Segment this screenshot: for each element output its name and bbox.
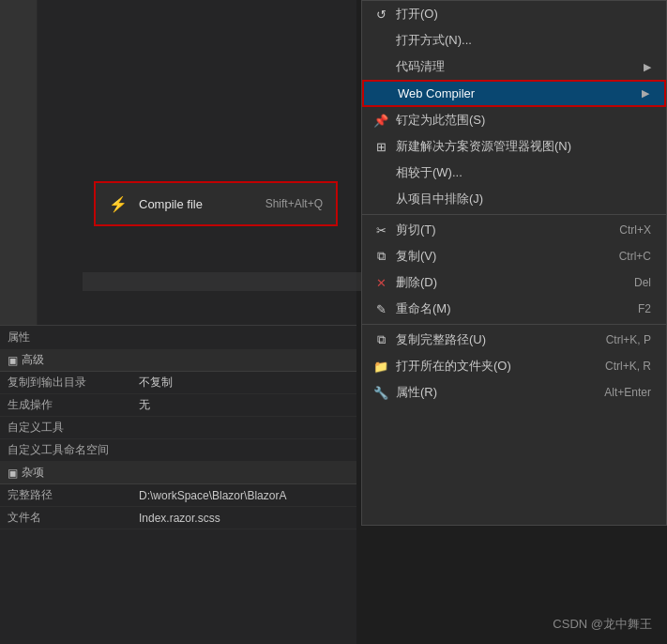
cut-icon: ✂ [371,223,390,238]
delete-icon: ✕ [371,276,390,290]
prop-value: 不复制 [139,375,349,391]
folder-icon: 📁 [371,360,390,374]
prop-label: 复制到输出目录 [8,375,139,391]
menu-item-web-compiler-label: Web Compiler [398,86,634,100]
collapse-icon: ▣ [8,354,18,367]
menu-item-new-solution-view-label: 新建解决方案资源管理器视图(N) [396,138,651,155]
menu-item-code-clean[interactable]: 代码清理 ▶ [362,54,666,80]
props-row-custom-tool-ns: 自定义工具命名空间 [0,439,356,462]
properties-panel: 属性 ▣ 高级 复制到输出目录 不复制 生成操作 无 自定义工具 自定义工具命名… [0,325,356,644]
menu-item-code-clean-label: 代码清理 [396,58,636,75]
submenu-arrow: ▶ [644,61,651,73]
compile-shortcut: Shift+Alt+Q [265,197,323,210]
compile-label: Compile file [139,197,254,211]
collapse-icon: ▣ [8,467,18,480]
menu-item-open-folder-label: 打开所在的文件夹(O) [396,358,583,375]
watermark: CSDN @龙中舞王 [553,616,652,633]
menu-item-pin-scope-label: 钉定为此范围(S) [396,112,651,129]
props-row-build-action: 生成操作 无 [0,394,356,417]
menu-item-properties-shortcut: Alt+Enter [604,386,651,399]
props-section-advanced[interactable]: ▣ 高级 [0,349,356,372]
compile-icon: ⚡ [109,195,128,213]
menu-item-cut-shortcut: Ctrl+X [619,223,651,237]
menu-item-copy-full-path-label: 复制完整路径(U) [396,331,584,348]
prop-value: Index.razor.scss [139,512,349,525]
menu-item-rename[interactable]: ✎ 重命名(M) F2 [362,296,666,322]
prop-label: 生成操作 [8,397,139,413]
section-label: 杂项 [22,465,44,481]
menu-item-rename-shortcut: F2 [638,302,651,315]
menu-item-copy[interactable]: ⧉ 复制(V) Ctrl+C [362,243,666,269]
menu-item-cut[interactable]: ✂ 剪切(T) Ctrl+X [362,217,666,243]
refresh-icon: ↺ [371,8,390,22]
separator-2 [362,324,666,325]
props-title: 属性 [0,326,356,349]
props-row-copy-to-output: 复制到输出目录 不复制 [0,372,356,394]
menu-item-exclude[interactable]: 从项目中排除(J) [362,186,666,212]
rename-icon: ✎ [371,302,390,316]
prop-label: 自定义工具 [8,420,139,436]
copy-path-icon: ⧉ [371,332,390,347]
prop-label: 自定义工具命名空间 [8,442,139,458]
menu-item-cut-label: 剪切(T) [396,222,597,238]
menu-item-compare-label: 相较于(W)... [396,164,651,181]
prop-label: 文件名 [8,510,139,526]
prop-value: D:\workSpace\Blazor\BlazorA [139,489,349,502]
menu-item-copy-full-path[interactable]: ⧉ 复制完整路径(U) Ctrl+K, P [362,327,666,353]
menu-item-open-with-label: 打开方式(N)... [396,32,651,49]
menu-item-properties[interactable]: 🔧 属性(R) Alt+Enter [362,379,666,406]
wrench-icon: 🔧 [371,386,390,400]
menu-item-delete-shortcut: Del [634,276,651,289]
menu-item-open-folder-shortcut: Ctrl+K, R [605,360,651,373]
file-tree-area [38,0,356,4]
menu-item-rename-label: 重命名(M) [396,300,615,317]
menu-item-copy-label: 复制(V) [396,248,597,265]
separator-1 [362,214,666,215]
menu-item-delete-label: 删除(D) [396,274,612,291]
props-row-filename: 文件名 Index.razor.scss [0,507,356,529]
compile-file-box[interactable]: ⚡ Compile file Shift+Alt+Q [94,181,338,226]
context-menu: ↺ 打开(O) 打开方式(N)... 代码清理 ▶ Web Compiler ▶… [361,0,667,526]
props-row-full-path: 完整路径 D:\workSpace\Blazor\BlazorA [0,484,356,507]
menu-item-pin-scope[interactable]: 📌 钉定为此范围(S) [362,107,666,133]
pin-icon: 📌 [371,114,390,128]
prop-label: 完整路径 [8,487,139,503]
menu-item-compare[interactable]: 相较于(W)... [362,160,666,186]
copy-icon: ⧉ [371,249,390,264]
prop-value: 无 [139,397,349,413]
gray-block [83,272,383,291]
grid-icon: ⊞ [371,140,390,154]
menu-item-open-with[interactable]: 打开方式(N)... [362,27,666,54]
menu-item-open-folder[interactable]: 📁 打开所在的文件夹(O) Ctrl+K, R [362,353,666,379]
menu-item-open[interactable]: ↺ 打开(O) [362,1,666,27]
menu-item-delete[interactable]: ✕ 删除(D) Del [362,269,666,296]
menu-item-properties-label: 属性(R) [396,384,582,401]
submenu-arrow: ▶ [642,87,649,100]
menu-item-copy-full-path-shortcut: Ctrl+K, P [606,333,651,346]
props-row-custom-tool: 自定义工具 [0,417,356,439]
menu-item-new-solution-view[interactable]: ⊞ 新建解决方案资源管理器视图(N) [362,133,666,160]
section-label: 高级 [22,352,44,368]
menu-item-open-label: 打开(O) [396,6,651,23]
props-section-misc[interactable]: ▣ 杂项 [0,462,356,484]
menu-item-exclude-label: 从项目中排除(J) [396,191,651,207]
menu-item-web-compiler[interactable]: Web Compiler ▶ [362,80,666,107]
menu-item-copy-shortcut: Ctrl+C [619,250,651,263]
